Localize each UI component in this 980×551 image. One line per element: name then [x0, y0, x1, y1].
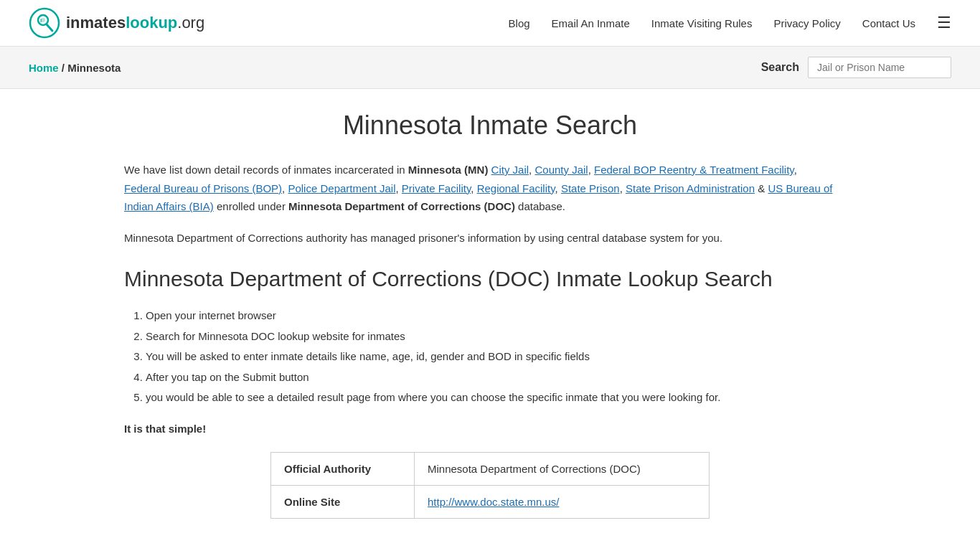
- link-federal-bureau[interactable]: Federal Bureau of Prisons (BOP): [124, 182, 282, 194]
- logo-icon: i: [29, 7, 60, 39]
- link-county-jail[interactable]: County Jail: [534, 164, 588, 176]
- step-4: After you tap on the Submit button: [146, 367, 856, 388]
- steps-list: Open your internet browser Search for Mi…: [146, 306, 856, 408]
- intro-bold-mn: Minnesota (MN): [408, 164, 489, 176]
- main-content: Minnesota Inmate Search We have list dow…: [95, 89, 885, 551]
- nav-visiting-rules[interactable]: Inmate Visiting Rules: [651, 17, 753, 29]
- doc-website-link[interactable]: http://www.doc.state.mn.us/: [428, 496, 559, 508]
- svg-text:i: i: [40, 17, 42, 24]
- search-input[interactable]: [808, 57, 951, 78]
- info-table: Official Authority Minnesota Department …: [270, 452, 710, 519]
- breadcrumb-bar: Home / Minnesota Search: [0, 47, 980, 89]
- intro-before-text: We have list down detail records of inma…: [124, 164, 408, 176]
- link-state-prison[interactable]: State Prison: [561, 182, 620, 194]
- step-1: Open your internet browser: [146, 306, 856, 326]
- search-label: Search: [761, 61, 799, 74]
- breadcrumb-separator: /: [62, 62, 67, 74]
- step-2: Search for Minnesota DOC lookup website …: [146, 326, 856, 347]
- intro-paragraph: We have list down detail records of inma…: [124, 161, 856, 216]
- page-title: Minnesota Inmate Search: [124, 110, 856, 141]
- step-5: you would be able to see a detailed resu…: [146, 387, 856, 408]
- step-3: You will be asked to enter inmate detail…: [146, 347, 856, 367]
- link-city-jail[interactable]: City Jail: [491, 164, 529, 176]
- description-text: Minnesota Department of Corrections auth…: [124, 229, 856, 248]
- intro-bold-doc: Minnesota Department of Corrections (DOC…: [288, 200, 515, 212]
- link-federal-bop-reentry[interactable]: Federal BOP Reentry & Treatment Facility: [594, 164, 794, 176]
- breadcrumb: Home / Minnesota: [29, 62, 121, 74]
- link-private-facility[interactable]: Private Facility: [402, 182, 471, 194]
- table-row-authority: Official Authority Minnesota Department …: [271, 452, 710, 485]
- main-nav: Blog Email An Inmate Inmate Visiting Rul…: [509, 14, 951, 32]
- logo-text: inmateslookup.org: [66, 14, 204, 32]
- nav-privacy-policy[interactable]: Privacy Policy: [773, 17, 840, 29]
- hamburger-icon[interactable]: ☰: [937, 14, 951, 32]
- svg-line-2: [47, 24, 52, 31]
- breadcrumb-home[interactable]: Home: [29, 62, 59, 74]
- table-label-authority: Official Authority: [271, 452, 415, 485]
- link-state-prison-admin[interactable]: State Prison Administration: [626, 182, 755, 194]
- link-police-dept-jail[interactable]: Police Department Jail: [288, 182, 395, 194]
- table-label-site: Online Site: [271, 485, 415, 518]
- table-row-site: Online Site http://www.doc.state.mn.us/: [271, 485, 710, 518]
- link-regional-facility[interactable]: Regional Facility: [477, 182, 555, 194]
- search-area: Search: [761, 57, 951, 78]
- intro-enrolled: enrolled under: [217, 200, 288, 212]
- nav-blog[interactable]: Blog: [509, 17, 530, 29]
- site-header: i inmateslookup.org Blog Email An Inmate…: [0, 0, 980, 47]
- simple-text: It is that simple!: [124, 423, 856, 435]
- intro-end: database.: [518, 200, 565, 212]
- table-value-site: http://www.doc.state.mn.us/: [415, 485, 710, 518]
- table-value-authority: Minnesota Department of Corrections (DOC…: [415, 452, 710, 485]
- svg-point-0: [30, 9, 59, 37]
- section-title: Minnesota Department of Corrections (DOC…: [124, 267, 856, 291]
- nav-email-inmate[interactable]: Email An Inmate: [552, 17, 630, 29]
- breadcrumb-current: Minnesota: [67, 62, 121, 74]
- nav-contact-us[interactable]: Contact Us: [862, 17, 915, 29]
- logo-link[interactable]: i inmateslookup.org: [29, 7, 204, 39]
